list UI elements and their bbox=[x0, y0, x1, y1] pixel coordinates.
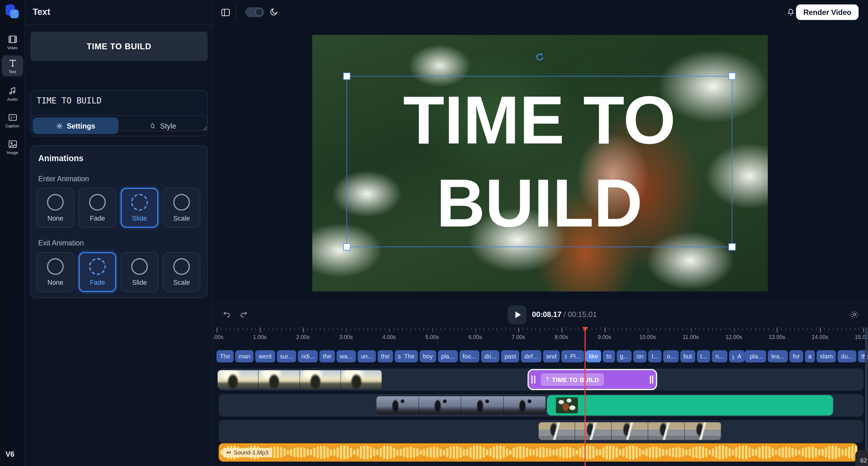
audio-clip-label: Sound-1.Mp3 bbox=[223, 448, 272, 457]
resize-handle-bottom-left[interactable] bbox=[343, 243, 350, 250]
image-clip-green[interactable] bbox=[547, 395, 833, 415]
caption-word-chip[interactable]: t... bbox=[697, 350, 710, 362]
caption-word-chip[interactable]: Pl... bbox=[567, 350, 584, 362]
waveform-bar bbox=[622, 448, 624, 456]
ruler-tick bbox=[510, 327, 510, 330]
cycling-video-clip[interactable] bbox=[539, 422, 721, 440]
caption-word-chip[interactable]: sur... bbox=[276, 350, 296, 362]
animation-preview-circle bbox=[89, 194, 106, 210]
rotate-handle-icon[interactable] bbox=[535, 52, 545, 62]
ruler-tick bbox=[704, 327, 704, 330]
caption-word-chip[interactable]: The bbox=[401, 350, 418, 362]
caption-word-chip[interactable]: the bbox=[378, 350, 393, 362]
enter-animation-option-slide[interactable]: Slide bbox=[121, 188, 158, 228]
caption-word-chip[interactable]: ridi... bbox=[298, 350, 318, 362]
right-trim-handle[interactable] bbox=[650, 376, 651, 384]
playhead-line[interactable] bbox=[584, 327, 586, 466]
undo-icon[interactable] bbox=[222, 310, 231, 319]
timeline-scrollbar[interactable] bbox=[865, 327, 867, 464]
resize-handle-top-right[interactable] bbox=[728, 72, 736, 80]
caption-word-chip[interactable]: past bbox=[501, 350, 520, 362]
moon-icon[interactable] bbox=[269, 7, 278, 17]
bell-icon[interactable] bbox=[786, 7, 795, 17]
tab-style[interactable]: Style bbox=[120, 117, 205, 134]
text-panel: Text TIME TO BUILD Settings bbox=[25, 0, 213, 466]
sidebar-item-text[interactable]: Text bbox=[2, 55, 23, 77]
caption-word-chip[interactable]: du... bbox=[838, 350, 856, 362]
animations-card: Animations Enter Animation NoneFadeSlide… bbox=[30, 145, 208, 298]
redo-icon[interactable] bbox=[239, 310, 249, 319]
left-trim-handle[interactable] bbox=[531, 376, 533, 384]
play-button[interactable] bbox=[508, 305, 527, 324]
surfer-video-clip[interactable] bbox=[218, 370, 382, 389]
sidebar-item-video[interactable]: Video bbox=[2, 32, 23, 53]
sidebar-item-label: Caption bbox=[5, 124, 20, 128]
enter-animation-option-none[interactable]: None bbox=[36, 188, 74, 228]
caption-word-chip-active[interactable]: like bbox=[586, 350, 601, 362]
caption-word-chip[interactable]: and bbox=[543, 350, 560, 362]
caption-word-chip[interactable]: lea... bbox=[768, 350, 788, 362]
resize-handle-top-left[interactable] bbox=[343, 72, 350, 80]
caption-word-chip[interactable]: o... bbox=[663, 350, 679, 362]
soccer-video-clip[interactable] bbox=[376, 396, 546, 414]
caption-word-chip[interactable]: A bbox=[734, 350, 745, 362]
caption-word-chip[interactable]: def... bbox=[521, 350, 541, 362]
text-style-preview[interactable]: TIME TO BUILD bbox=[30, 32, 208, 61]
caption-word-chip[interactable]: dri... bbox=[481, 350, 500, 362]
playhead-marker[interactable] bbox=[582, 327, 588, 332]
resize-handle-bottom-right[interactable] bbox=[728, 243, 736, 250]
corner-notification-badge[interactable]: 62 bbox=[855, 450, 868, 466]
caption-word-chip[interactable]: slam bbox=[816, 350, 836, 362]
theme-toggle-switch[interactable] bbox=[245, 7, 264, 17]
caption-word-chip[interactable]: man bbox=[235, 350, 254, 362]
caption-word-chip[interactable]: wa... bbox=[337, 350, 356, 362]
app-logo-icon[interactable] bbox=[4, 4, 21, 21]
caption-word-chip[interactable]: g... bbox=[617, 350, 632, 362]
timeline-settings-gear-icon[interactable] bbox=[850, 310, 859, 319]
right-trim-handle[interactable] bbox=[652, 376, 653, 384]
waveform-bar bbox=[346, 446, 348, 459]
caption-word-chip[interactable]: pla... bbox=[438, 350, 458, 362]
ruler-tick bbox=[333, 327, 334, 330]
waveform-bar bbox=[323, 446, 325, 459]
exit-animation-option-scale[interactable]: Scale bbox=[163, 252, 200, 292]
sidebar-collapse-icon[interactable] bbox=[220, 7, 231, 18]
waveform-bar bbox=[463, 449, 465, 456]
caption-word-chip[interactable]: but bbox=[680, 350, 695, 362]
ruler-tick bbox=[842, 327, 842, 331]
caption-word-chip[interactable]: pla... bbox=[746, 350, 766, 362]
caption-word-chip[interactable]: for bbox=[789, 350, 803, 362]
enter-animation-option-scale[interactable]: Scale bbox=[163, 188, 200, 228]
video-preview-canvas[interactable]: TIME TO BUILD bbox=[312, 35, 768, 292]
ruler-label: 9.00s bbox=[598, 334, 611, 340]
timeline-ruler[interactable]: 0.00s1.00s2.00s3.00s4.00s5.00s6.00s7.00s… bbox=[213, 327, 868, 344]
sidebar-item-image[interactable]: Image bbox=[2, 136, 23, 157]
caption-word-chip[interactable]: The bbox=[216, 350, 234, 362]
enter-animation-option-fade[interactable]: Fade bbox=[79, 188, 116, 228]
text-selection-box[interactable] bbox=[346, 76, 732, 247]
ruler-tick bbox=[311, 327, 312, 330]
audio-clip-sound1[interactable]: Sound-1.Mp3 bbox=[219, 443, 858, 462]
caption-word-chip[interactable]: t... bbox=[648, 350, 661, 362]
caption-word-chip[interactable]: un... bbox=[358, 350, 376, 362]
text-clip-time-to-build[interactable]: T TIME TO BUILD bbox=[527, 369, 657, 390]
caption-word-chip[interactable]: went bbox=[255, 350, 275, 362]
sidebar-item-caption[interactable]: Caption bbox=[2, 110, 23, 131]
sidebar-item-audio[interactable]: Audio bbox=[2, 83, 23, 104]
caption-word-chip[interactable]: boy bbox=[420, 350, 436, 362]
exit-animation-option-none[interactable]: None bbox=[36, 252, 74, 292]
caption-word-chip[interactable]: the bbox=[319, 350, 335, 362]
waveform-bar bbox=[652, 446, 654, 459]
exit-animation-option-fade[interactable]: Fade bbox=[79, 252, 116, 292]
exit-animation-option-slide[interactable]: Slide bbox=[121, 252, 158, 292]
left-trim-handle[interactable] bbox=[534, 376, 535, 384]
caption-word-chip[interactable]: a bbox=[805, 350, 815, 362]
waveform-bar bbox=[685, 449, 687, 456]
caption-word-chip[interactable]: on bbox=[633, 350, 647, 362]
caption-word-chip[interactable]: n... bbox=[712, 350, 727, 362]
caption-word-chip[interactable]: to bbox=[603, 350, 615, 362]
caption-word-chip[interactable]: foo... bbox=[459, 350, 479, 362]
tab-settings[interactable]: Settings bbox=[33, 117, 118, 134]
render-video-button[interactable]: Render Video bbox=[796, 4, 859, 20]
ruler-tick bbox=[561, 327, 562, 332]
